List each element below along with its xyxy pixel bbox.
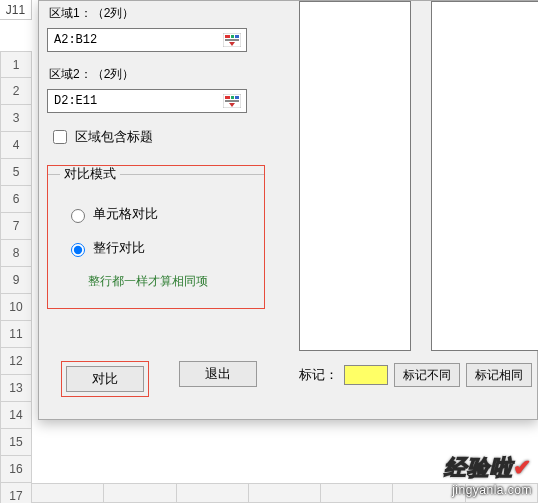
column-header[interactable] <box>32 483 104 503</box>
mark-row: 标记： 标记不同 标记相同 <box>299 363 532 387</box>
mark-diff-button[interactable]: 标记不同 <box>394 363 460 387</box>
row-header[interactable]: 15 <box>0 429 32 456</box>
column-header[interactable] <box>321 483 393 503</box>
compare-mode-fieldset: 对比模式 单元格对比 整行对比 整行都一样才算相同项 <box>47 165 265 309</box>
radio-cell-compare[interactable]: 单元格对比 <box>66 205 254 223</box>
row-header[interactable]: 9 <box>0 267 32 294</box>
check-icon: ✔ <box>513 455 532 480</box>
include-title-checkbox-row[interactable]: 区域包含标题 <box>49 127 281 147</box>
column-header[interactable] <box>177 483 249 503</box>
region2-label: 区域2：（2列） <box>49 66 281 83</box>
row-header[interactable]: 10 <box>0 294 32 321</box>
column-header[interactable] <box>249 483 321 503</box>
svg-rect-4 <box>225 39 239 41</box>
row-header[interactable]: 1 <box>0 51 32 78</box>
row-header[interactable]: 14 <box>0 402 32 429</box>
row-header[interactable]: 4 <box>0 132 32 159</box>
region2-input[interactable] <box>52 93 222 109</box>
left-pane: 区域1：（2列） 区域2：（2列） <box>47 1 281 309</box>
column-header[interactable] <box>104 483 176 503</box>
radio-row-compare[interactable]: 整行对比 <box>66 239 254 257</box>
column-header[interactable] <box>393 483 465 503</box>
result-list-left[interactable] <box>299 1 411 351</box>
region1-input[interactable] <box>52 32 222 48</box>
column-header[interactable] <box>466 483 538 503</box>
watermark-brand: 经验啦 <box>444 455 513 480</box>
result-list-right[interactable] <box>431 1 538 351</box>
compare-mode-legend: 对比模式 <box>60 165 120 183</box>
compare-button[interactable]: 对比 <box>66 366 144 392</box>
row-header[interactable]: 16 <box>0 456 32 483</box>
include-title-label: 区域包含标题 <box>75 128 153 146</box>
column-header-row <box>32 483 538 503</box>
radio-cell-compare-label: 单元格对比 <box>93 205 158 223</box>
svg-rect-9 <box>225 100 239 102</box>
radio-row-compare-input[interactable] <box>71 243 85 257</box>
region1-label: 区域1：（2列） <box>49 5 281 22</box>
mark-same-button[interactable]: 标记相同 <box>466 363 532 387</box>
row-header[interactable]: 17 <box>0 483 32 503</box>
row-header[interactable]: 12 <box>0 348 32 375</box>
row-header[interactable]: 2 <box>0 78 32 105</box>
row-header[interactable]: 8 <box>0 240 32 267</box>
svg-rect-1 <box>225 35 230 38</box>
region1-input-wrap[interactable] <box>47 28 247 52</box>
svg-rect-3 <box>235 35 239 38</box>
radio-row-compare-label: 整行对比 <box>93 239 145 257</box>
name-box-value: J11 <box>6 3 25 17</box>
svg-rect-6 <box>225 96 230 99</box>
action-button-row: 对比 退出 <box>61 361 257 397</box>
name-box[interactable]: J11 <box>0 0 32 20</box>
include-title-checkbox[interactable] <box>53 130 67 144</box>
row-header[interactable]: 5 <box>0 159 32 186</box>
row-header[interactable]: 7 <box>0 213 32 240</box>
svg-rect-8 <box>235 96 239 99</box>
compare-button-highlight: 对比 <box>61 361 149 397</box>
svg-rect-7 <box>231 96 234 99</box>
range-picker-icon[interactable] <box>222 32 242 48</box>
row-header[interactable]: 3 <box>0 105 32 132</box>
row-compare-hint: 整行都一样才算相同项 <box>88 273 254 290</box>
region2-input-wrap[interactable] <box>47 89 247 113</box>
row-header[interactable]: 13 <box>0 375 32 402</box>
mark-color-swatch[interactable] <box>344 365 388 385</box>
range-picker-icon[interactable] <box>222 93 242 109</box>
mark-label: 标记： <box>299 366 338 384</box>
row-header[interactable]: 11 <box>0 321 32 348</box>
row-header[interactable]: 6 <box>0 186 32 213</box>
row-header-column: 1234567891011121314151617 <box>0 51 32 503</box>
radio-cell-compare-input[interactable] <box>71 209 85 223</box>
exit-button[interactable]: 退出 <box>179 361 257 387</box>
compare-dialog: 区域1：（2列） 区域2：（2列） <box>38 0 538 420</box>
svg-rect-2 <box>231 35 234 38</box>
